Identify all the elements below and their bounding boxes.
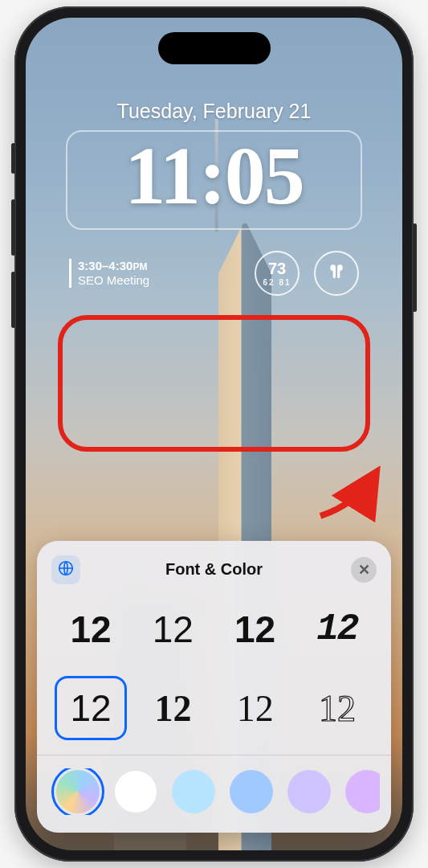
weather-low: 62 (263, 278, 275, 287)
font-option-0[interactable]: 12 (55, 597, 127, 661)
calendar-widget[interactable]: 3:30–4:30PM SEO Meeting (69, 259, 149, 288)
weather-widget[interactable]: 73 62 81 (255, 251, 300, 296)
color-swatch-lavender[interactable] (287, 770, 331, 813)
lockscreen-clock-container[interactable]: 11:05 (66, 130, 362, 230)
annotation-highlight-rect (58, 315, 370, 452)
weather-high: 81 (279, 278, 291, 287)
font-option-4[interactable]: 12 (55, 676, 127, 740)
globe-icon (57, 559, 75, 580)
font-option-3[interactable]: 12 (301, 597, 373, 661)
color-swatch-white[interactable] (114, 770, 157, 813)
font-option-6[interactable]: 12 (219, 676, 291, 740)
lockscreen-date[interactable]: Tuesday, February 21 (26, 100, 402, 123)
event-time-range: 3:30–4:30 (78, 259, 132, 272)
color-swatch-sky-blue[interactable] (230, 770, 273, 813)
volume-down-button[interactable] (11, 272, 15, 328)
font-option-7[interactable]: 12 (301, 676, 373, 740)
color-row[interactable] (48, 768, 380, 815)
airpods-widget[interactable] (314, 251, 359, 296)
lockscreen-clock: 11:05 (67, 135, 361, 217)
font-option-1[interactable]: 12 (137, 597, 209, 661)
font-option-2[interactable]: 12 (219, 597, 291, 661)
sheet-divider (37, 755, 391, 755)
color-swatch-gradient[interactable] (56, 770, 100, 813)
airpods-icon (326, 261, 347, 285)
color-swatch-light-blue[interactable] (172, 770, 215, 813)
side-button[interactable] (413, 223, 417, 312)
mute-switch[interactable] (11, 143, 15, 174)
font-color-sheet: Font & Color ✕ 12 12 12 12 12 12 12 12 (37, 541, 391, 833)
iphone-frame: Tuesday, February 21 11:05 3:30–4:30PM S… (14, 6, 414, 862)
volume-up-button[interactable] (11, 199, 15, 256)
lockscreen-widgets[interactable]: 3:30–4:30PM SEO Meeting 73 62 81 (69, 251, 359, 296)
close-icon: ✕ (358, 561, 370, 579)
event-title: SEO Meeting (78, 273, 149, 288)
sheet-header: Font & Color ✕ (48, 555, 380, 583)
weather-current: 73 (268, 260, 286, 278)
screen: Tuesday, February 21 11:05 3:30–4:30PM S… (26, 18, 402, 850)
dynamic-island (158, 32, 271, 64)
event-period: PM (132, 261, 147, 272)
close-button[interactable]: ✕ (351, 557, 377, 583)
font-option-5[interactable]: 12 (137, 676, 209, 740)
sheet-title: Font & Color (165, 560, 263, 579)
font-grid: 12 12 12 12 12 12 12 12 (48, 591, 380, 755)
color-swatch-violet[interactable] (345, 770, 380, 813)
globe-button[interactable] (51, 555, 80, 584)
